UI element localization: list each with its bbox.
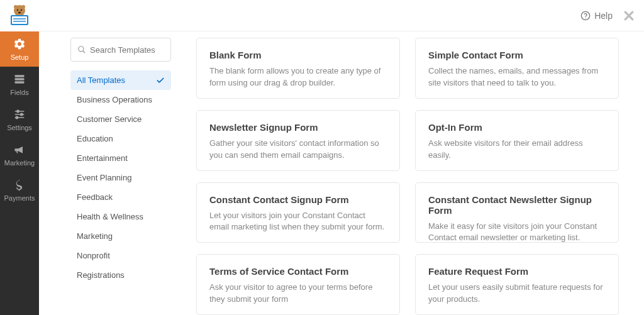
check-icon bbox=[156, 76, 165, 85]
help-label: Help bbox=[594, 11, 613, 21]
search-icon bbox=[77, 45, 86, 54]
svg-point-19 bbox=[582, 11, 590, 19]
nav-label: Fields bbox=[10, 89, 28, 96]
svg-point-20 bbox=[586, 18, 586, 18]
template-title: Simple Contact Form bbox=[428, 50, 606, 60]
category-item[interactable]: Customer Service bbox=[70, 109, 171, 129]
category-item[interactable]: Feedback bbox=[70, 187, 171, 207]
category-label: Health & Wellness bbox=[77, 212, 143, 221]
category-label: Feedback bbox=[77, 192, 113, 202]
template-title: Blank Form bbox=[209, 50, 387, 60]
nav-payments[interactable]: Payments bbox=[0, 172, 39, 207]
gear-icon bbox=[13, 37, 26, 51]
template-desc: Make it easy for site visitors join your… bbox=[428, 221, 606, 245]
sliders-icon bbox=[13, 108, 26, 121]
svg-rect-10 bbox=[15, 75, 25, 77]
category-item[interactable]: Business Operations bbox=[70, 90, 171, 109]
template-card[interactable]: Opt-In Form Ask website visitors for the… bbox=[415, 110, 619, 171]
nav-label: Marketing bbox=[4, 159, 35, 167]
template-card[interactable]: Feature Request Form Let your users easi… bbox=[415, 254, 619, 315]
search-input[interactable] bbox=[90, 45, 164, 55]
category-all-templates[interactable]: All Templates bbox=[70, 70, 171, 90]
template-card[interactable]: Constant Contact Signup Form Let your vi… bbox=[196, 182, 400, 243]
svg-point-14 bbox=[17, 110, 19, 112]
category-item[interactable]: Marketing bbox=[70, 226, 171, 246]
fields-icon bbox=[13, 72, 26, 86]
category-item[interactable]: Health & Wellness bbox=[70, 207, 171, 226]
template-desc: Collect the names, emails, and messages … bbox=[428, 65, 606, 89]
topbar: Help bbox=[39, 0, 644, 31]
category-label: All Templates bbox=[77, 75, 125, 85]
svg-point-4 bbox=[21, 9, 23, 11]
svg-line-24 bbox=[83, 51, 86, 53]
nav-fields[interactable]: Fields bbox=[0, 67, 39, 102]
category-item[interactable]: Education bbox=[70, 129, 171, 148]
svg-point-23 bbox=[79, 47, 84, 52]
nav-marketing[interactable]: Marketing bbox=[0, 137, 39, 172]
nav-label: Payments bbox=[4, 194, 35, 202]
category-label: Registrations bbox=[77, 270, 125, 280]
template-title: Terms of Service Contact Form bbox=[209, 266, 387, 277]
template-card[interactable]: Newsletter Signup Form Gather your site … bbox=[196, 110, 400, 171]
template-title: Constant Contact Signup Form bbox=[209, 194, 387, 205]
svg-rect-11 bbox=[15, 78, 25, 80]
svg-point-2 bbox=[21, 5, 25, 9]
template-title: Opt-In Form bbox=[428, 122, 606, 133]
category-item[interactable]: Registrations bbox=[70, 265, 171, 285]
category-label: Business Operations bbox=[77, 95, 152, 104]
svg-point-3 bbox=[17, 9, 19, 11]
svg-point-5 bbox=[18, 12, 21, 14]
app-logo bbox=[0, 0, 39, 31]
category-item[interactable]: Nonprofit bbox=[70, 246, 171, 265]
category-item[interactable]: Event Planning bbox=[70, 168, 171, 187]
template-desc: Gather your site visitors' contact infor… bbox=[209, 138, 387, 162]
nav-settings[interactable]: Settings bbox=[0, 102, 39, 137]
category-label: Entertainment bbox=[77, 153, 128, 163]
category-label: Education bbox=[77, 134, 113, 143]
template-desc: Let your users easily submit feature req… bbox=[428, 282, 606, 306]
template-card[interactable]: Constant Contact Newsletter Signup Form … bbox=[415, 182, 619, 243]
nav-label: Settings bbox=[7, 124, 32, 131]
nav-setup[interactable]: Setup bbox=[0, 31, 39, 67]
nav-label: Setup bbox=[11, 53, 29, 61]
help-icon bbox=[580, 11, 591, 21]
category-item[interactable]: Entertainment bbox=[70, 148, 171, 168]
svg-point-16 bbox=[21, 113, 23, 115]
template-desc: Ask website visitors for their email add… bbox=[428, 138, 606, 162]
template-card[interactable]: Terms of Service Contact Form Ask your v… bbox=[196, 254, 400, 315]
svg-rect-7 bbox=[12, 16, 27, 24]
category-label: Event Planning bbox=[77, 173, 131, 182]
category-list: All Templates Business Operations Custom… bbox=[70, 70, 171, 285]
svg-point-18 bbox=[16, 116, 18, 118]
wpforms-logo-icon bbox=[7, 3, 32, 28]
category-sidebar: All Templates Business Operations Custom… bbox=[70, 38, 171, 315]
category-label: Customer Service bbox=[77, 114, 142, 124]
template-title: Newsletter Signup Form bbox=[209, 122, 387, 133]
template-card[interactable]: Blank Form The blank form allows you to … bbox=[196, 38, 400, 99]
svg-point-1 bbox=[14, 5, 18, 9]
dollar-icon bbox=[13, 178, 26, 192]
category-label: Marketing bbox=[77, 231, 113, 241]
template-title: Constant Contact Newsletter Signup Form bbox=[428, 194, 606, 216]
svg-rect-12 bbox=[15, 81, 25, 83]
search-input-wrapper[interactable] bbox=[70, 38, 171, 62]
template-title: Feature Request Form bbox=[428, 266, 606, 277]
category-label: Nonprofit bbox=[77, 251, 110, 260]
left-nav: Setup Fields Settings Marketing Payments bbox=[0, 0, 39, 315]
templates-grid: Blank Form The blank form allows you to … bbox=[196, 38, 625, 315]
template-card[interactable]: Simple Contact Form Collect the names, e… bbox=[415, 38, 619, 99]
template-desc: Let your visitors join your Constant Con… bbox=[209, 210, 387, 234]
help-button[interactable]: Help bbox=[580, 11, 613, 21]
template-desc: Ask your visitor to agree to your terms … bbox=[209, 282, 387, 306]
close-icon[interactable] bbox=[623, 9, 635, 22]
template-desc: The blank form allows you to create any … bbox=[209, 65, 387, 89]
bullhorn-icon bbox=[13, 143, 26, 157]
